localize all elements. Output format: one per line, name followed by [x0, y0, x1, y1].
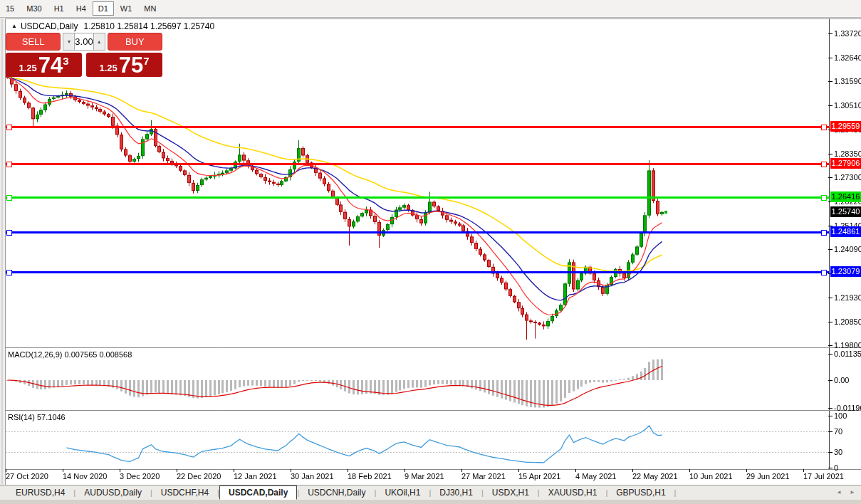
period-button-w1[interactable]: W1: [115, 1, 138, 16]
buy-button[interactable]: BUY: [108, 33, 162, 51]
chart-tab-gbpusd-h1[interactable]: GBPUSD,H1: [607, 486, 674, 499]
horizontal-line-1.26416[interactable]: [6, 196, 829, 199]
volume-increase-button[interactable]: ▲: [93, 33, 105, 51]
sell-price-big: 74: [38, 55, 63, 76]
tab-scroll-right-icon[interactable]: ►: [850, 489, 855, 495]
period-button-15[interactable]: 15: [0, 1, 20, 16]
line-handle[interactable]: [821, 125, 827, 130]
line-handle[interactable]: [6, 195, 12, 201]
price-tag-1.24861: 1.24861: [830, 226, 861, 237]
period-toolbar: 15M30H1H4D1W1MN: [0, 0, 861, 18]
price-axis-label: 1.27300: [834, 173, 861, 182]
chart-ohlc-values: 1.25810 1.25814 1.25697 1.25740: [84, 21, 215, 31]
price-axis-label: 1.24090: [834, 245, 861, 253]
period-button-m30[interactable]: M30: [21, 1, 47, 16]
tab-scroll-arrows: ◄ ►: [830, 489, 855, 495]
sell-price-prefix: 1.25: [19, 63, 36, 73]
collapse-icon[interactable]: ▲: [11, 23, 17, 29]
chart-tab-bar: EURUSD,H4|AUDUSD,Daily|USDCHF,H4|USDCAD,…: [0, 485, 861, 500]
rsi-axis-label: 30: [834, 448, 842, 456]
volume-increase-icon: ▲: [97, 39, 102, 44]
date-axis-label: 27 Mar 2021: [461, 472, 506, 481]
line-handle[interactable]: [6, 125, 12, 130]
period-button-h4[interactable]: H4: [71, 1, 92, 16]
price-tag-1.27906: 1.27906: [830, 158, 861, 169]
chart-tab-usdcnh-daily[interactable]: USDCNH,Daily: [299, 486, 374, 499]
price-axis-label: 1.21930: [834, 293, 861, 302]
horizontal-line-1.29559[interactable]: [6, 126, 829, 128]
price-axis-label: 1.28350: [834, 149, 861, 158]
date-axis-label: 9 Mar 2021: [405, 472, 444, 481]
line-handle[interactable]: [821, 230, 827, 236]
line-handle[interactable]: [821, 195, 827, 201]
date-axis-label: 29 Jun 2021: [746, 472, 790, 481]
date-axis-label: 17 Jul 2021: [803, 472, 844, 481]
buy-price-pip: 7: [143, 55, 149, 67]
line-handle[interactable]: [821, 162, 827, 167]
price-axis-label: 1.31590: [834, 77, 861, 85]
chart-tab-xauusd-h1[interactable]: XAUUSD,H1: [540, 486, 606, 499]
period-button-mn[interactable]: MN: [138, 1, 162, 16]
date-axis-label: 12 Jan 2021: [234, 472, 277, 481]
macd-values: 0.007565 0.008568: [64, 350, 132, 359]
date-axis-label: 3 Dec 2020: [120, 472, 160, 481]
horizontal-line-1.27906[interactable]: [6, 163, 829, 165]
sell-price-pip: 3: [63, 55, 68, 67]
tab-separator: |: [674, 488, 677, 497]
date-axis-label: 22 May 2021: [632, 472, 678, 481]
line-handle[interactable]: [821, 270, 827, 275]
line-handle[interactable]: [6, 230, 12, 236]
one-click-trading-panel: SELL ▼ 3.00 ▲ BUY 1.25 74 3 1.25 75 7: [6, 33, 162, 77]
price-tag-1.29559: 1.29559: [830, 121, 861, 132]
volume-input[interactable]: 3.00: [75, 33, 93, 51]
rsi-value: 57.1046: [37, 413, 66, 421]
macd-label: MACD(12,26,9) 0.007565 0.008568: [8, 350, 132, 359]
price-axis-label: 1.32640: [834, 53, 861, 62]
line-handle[interactable]: [6, 162, 12, 167]
line-handle[interactable]: [6, 270, 12, 275]
buy-price-display[interactable]: 1.25 75 7: [86, 53, 162, 77]
macd-name: MACD(12,26,9): [8, 350, 62, 359]
buy-price-big: 75: [119, 55, 143, 76]
chart-tab-usdcad-daily[interactable]: USDCAD,Daily: [219, 485, 297, 500]
date-axis-label: 30 Jan 2021: [291, 472, 334, 481]
current-price-tag: 1.25740: [830, 206, 861, 217]
chart-tab-usdx-h1[interactable]: USDX,H1: [484, 486, 538, 499]
volume-decrease-icon: ▼: [66, 39, 71, 44]
chart-tab-dj30-h1[interactable]: DJ30,H1: [431, 486, 481, 499]
chart-tab-usdchf-h4[interactable]: USDCHF,H4: [152, 486, 217, 499]
chart-tab-eurusd-h4[interactable]: EURUSD,H4: [7, 486, 73, 499]
rsi-axis-label: 70: [834, 427, 842, 436]
chart-symbol-label: USDCAD,Daily: [21, 21, 78, 31]
date-axis-label: 4 May 2021: [575, 472, 616, 481]
chart-tab-ukoil-h1[interactable]: UKOil,H1: [376, 486, 429, 499]
rsi-name: RSI(14): [8, 413, 35, 421]
macd-axis-label: 0.00: [834, 376, 849, 384]
price-axis-label: 1.19800: [834, 341, 861, 350]
horizontal-line-1.23079[interactable]: [6, 271, 829, 273]
volume-decrease-button[interactable]: ▼: [63, 33, 75, 51]
price-tag-1.23079: 1.23079: [830, 266, 861, 277]
chart-tab-audusd-daily[interactable]: AUDUSD,Daily: [75, 486, 150, 499]
date-axis-label: 18 Feb 2021: [348, 472, 392, 481]
sell-button[interactable]: SELL: [6, 33, 61, 51]
date-axis-label: 14 Nov 2020: [63, 472, 107, 481]
chart-title: ▲USDCAD,Daily1.25810 1.25814 1.25697 1.2…: [11, 21, 214, 31]
horizontal-line-1.24861[interactable]: [6, 231, 829, 233]
sell-price-display[interactable]: 1.25 74 3: [6, 53, 82, 77]
date-axis-label: 15 Apr 2021: [518, 472, 560, 481]
date-axis-label: 22 Dec 2020: [177, 472, 221, 481]
period-button-d1[interactable]: D1: [93, 1, 114, 16]
price-tag-1.26416: 1.26416: [830, 191, 861, 202]
tab-scroll-left-icon[interactable]: ◄: [836, 489, 842, 495]
macd-axis-label: 0.01135: [834, 350, 861, 358]
date-axis-label: 27 Oct 2020: [6, 472, 48, 481]
period-button-h1[interactable]: H1: [48, 1, 70, 16]
price-axis-label: 1.30510: [834, 101, 861, 110]
rsi-label: RSI(14) 57.1046: [8, 413, 66, 421]
rsi-axis-label: 100: [834, 411, 847, 420]
price-axis-label: 1.33720: [834, 29, 861, 38]
price-axis-label: 1.20850: [834, 317, 861, 326]
date-axis-label: 10 Jun 2021: [689, 472, 733, 481]
status-strip: [0, 500, 861, 504]
